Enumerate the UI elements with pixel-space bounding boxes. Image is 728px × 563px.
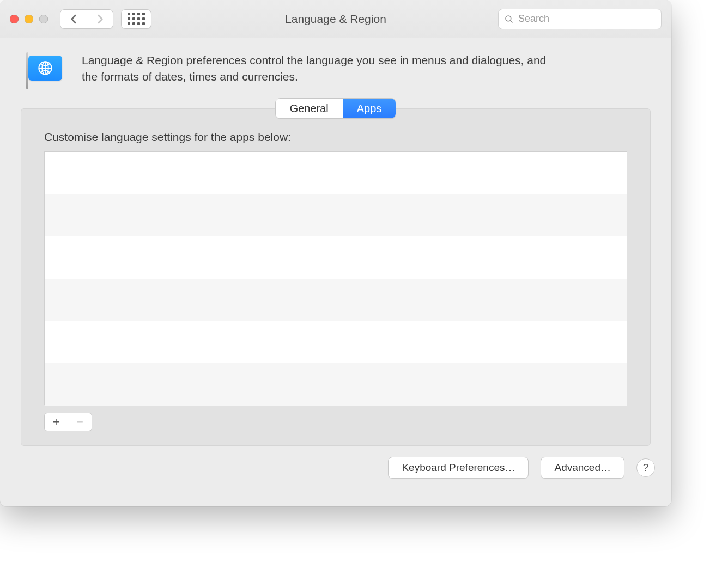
apps-panel: Customise language settings for the apps… [21,108,651,446]
tab-group: General Apps [0,98,671,119]
list-row [45,363,627,406]
plus-icon: + [53,415,60,429]
tab-apps[interactable]: Apps [343,99,396,118]
list-row [45,321,627,363]
list-row [45,194,627,237]
minimize-window-button[interactable] [25,15,33,23]
chevron-right-icon [96,14,104,24]
tab-general[interactable]: General [276,99,343,118]
forward-button [87,10,113,28]
pane-description: Language & Region preferences control th… [82,52,561,85]
search-field[interactable] [498,9,662,29]
help-button[interactable]: ? [636,458,655,477]
close-window-button[interactable] [10,15,19,23]
apps-list-label: Customise language settings for the apps… [44,131,627,144]
keyboard-preferences-button[interactable]: Keyboard Preferences… [388,457,529,479]
zoom-window-button [39,15,48,23]
pane-header: Language & Region preferences control th… [0,38,671,97]
advanced-button[interactable]: Advanced… [541,457,624,479]
chevron-left-icon [70,14,77,24]
list-row [45,279,627,321]
nav-back-forward [60,9,113,29]
search-input[interactable] [518,13,656,25]
bottom-bar: Keyboard Preferences… Advanced… ? [0,446,671,492]
grid-icon [128,13,145,25]
list-row [45,236,627,279]
search-icon [504,14,514,24]
add-button[interactable]: + [44,413,68,431]
add-remove-group: + − [44,413,627,431]
list-row [45,152,627,194]
toolbar: Language & Region [0,0,671,38]
globe-icon [37,60,53,76]
remove-button: − [68,413,92,431]
language-region-icon [24,52,66,90]
apps-list[interactable] [44,151,627,405]
traffic-lights [10,15,48,23]
show-all-button[interactable] [121,9,151,29]
back-button[interactable] [60,10,87,28]
preferences-window: Language & Region Language & Region pref… [0,0,671,506]
minus-icon: − [76,415,83,429]
